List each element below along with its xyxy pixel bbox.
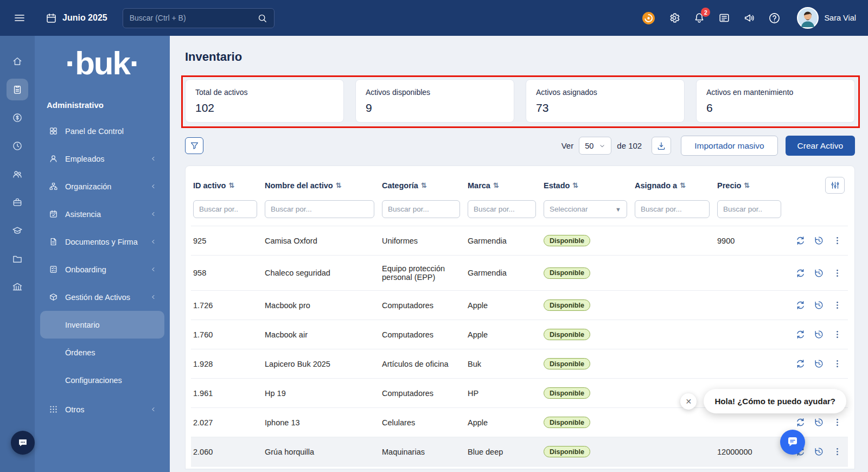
row-menu-button[interactable] bbox=[832, 359, 843, 369]
column-header-estado[interactable]: Estado⇅ bbox=[541, 168, 633, 200]
table-toolbar: Ver 50 de 102 Importador masivo Crear Ac… bbox=[185, 136, 855, 156]
user-name: Sara Vial bbox=[824, 14, 856, 22]
app-root: Junio 2025 bbox=[0, 0, 868, 472]
rail-item-folder[interactable] bbox=[7, 248, 28, 270]
assistant-button[interactable] bbox=[642, 11, 655, 25]
rail-item-payroll[interactable] bbox=[7, 107, 28, 129]
sort-icon: ⇅ bbox=[421, 181, 426, 189]
cell-price bbox=[715, 467, 787, 472]
column-header-nombre[interactable]: Nombre del activo⇅ bbox=[263, 168, 380, 200]
sidebar-item-organizacion[interactable]: Organización bbox=[35, 173, 170, 200]
sidebar-subitem-inventario[interactable]: Inventario bbox=[40, 311, 164, 339]
settings-button[interactable] bbox=[668, 12, 680, 24]
org-chart-icon bbox=[49, 182, 58, 191]
row-menu-button[interactable] bbox=[832, 235, 843, 246]
sidebar-subitem-configuraciones[interactable]: Configuraciones bbox=[35, 366, 170, 394]
history-button[interactable] bbox=[814, 447, 824, 457]
kebab-menu-icon bbox=[832, 235, 843, 246]
sidebar-item-gestion-de-activos[interactable]: Gestión de Activos bbox=[35, 283, 170, 311]
row-menu-button[interactable] bbox=[832, 300, 843, 310]
rail-item-education[interactable] bbox=[7, 220, 28, 241]
filter-input-id[interactable] bbox=[193, 200, 257, 218]
history-button[interactable] bbox=[814, 268, 824, 278]
page-size-select[interactable]: 50 bbox=[579, 137, 611, 155]
row-menu-button[interactable] bbox=[832, 417, 843, 428]
table-row[interactable]: 1.726Macbook proComputadoresAppleDisponi… bbox=[191, 291, 848, 320]
help-button[interactable] bbox=[768, 12, 781, 24]
sidebar-subitem-ordenes[interactable]: Órdenes bbox=[35, 339, 170, 366]
global-search-input[interactable] bbox=[130, 14, 257, 22]
table-row[interactable]: 958Chaleco seguridadEquipo protección pe… bbox=[191, 256, 848, 291]
history-button[interactable] bbox=[814, 300, 824, 310]
history-button[interactable] bbox=[814, 417, 824, 428]
column-header-categoria[interactable]: Categoría⇅ bbox=[380, 168, 465, 200]
sidebar-item-empleados[interactable]: Empleados bbox=[35, 145, 170, 173]
filter-input-nombre[interactable] bbox=[265, 200, 374, 218]
create-asset-button[interactable]: Crear Activo bbox=[786, 136, 855, 156]
rail-item-home[interactable] bbox=[7, 50, 28, 72]
change-status-button[interactable] bbox=[795, 268, 806, 278]
column-header-marca[interactable]: Marca⇅ bbox=[465, 168, 541, 200]
column-settings-button[interactable] bbox=[825, 177, 845, 194]
table-row[interactable]: 1.928Lapicero Buk 2025Artículos de ofici… bbox=[191, 349, 848, 379]
cell-status: Disponible bbox=[541, 349, 633, 379]
date-picker[interactable]: Junio 2025 bbox=[46, 12, 107, 24]
sidebar-item-documentos-y-firma[interactable]: Documentos y Firma bbox=[35, 228, 170, 256]
bulk-import-button[interactable]: Importador masivo bbox=[681, 136, 777, 156]
table-row[interactable]: 925Camisa OxfordUniformesGarmendiaDispon… bbox=[191, 226, 848, 256]
filter-button[interactable] bbox=[185, 137, 203, 154]
cell-id: 925 bbox=[191, 226, 263, 256]
row-menu-button[interactable] bbox=[832, 329, 843, 340]
rail-item-people[interactable] bbox=[7, 163, 28, 185]
chat-fab-button[interactable] bbox=[780, 430, 805, 455]
change-status-button[interactable] bbox=[795, 235, 806, 246]
table-row[interactable]: 1.760Macbook airComputadoresAppleDisponi… bbox=[191, 320, 848, 349]
change-status-button[interactable] bbox=[795, 417, 806, 428]
change-status-button[interactable] bbox=[795, 329, 806, 340]
filter-input-asignado[interactable] bbox=[635, 200, 710, 218]
rail-item-assets[interactable] bbox=[7, 79, 28, 100]
sidebar-item-asistencia[interactable]: Asistencia bbox=[35, 200, 170, 228]
column-header-precio[interactable]: Precio⇅ bbox=[715, 168, 787, 200]
filter-input-precio[interactable] bbox=[717, 200, 781, 218]
cell-name: Camisa Oxford bbox=[263, 226, 380, 256]
buk-logo[interactable]: ·buk· bbox=[35, 44, 170, 82]
messenger-icon bbox=[17, 437, 29, 449]
row-menu-button[interactable] bbox=[832, 447, 843, 457]
change-status-button[interactable] bbox=[795, 300, 806, 310]
row-menu-button[interactable] bbox=[832, 268, 843, 278]
kebab-menu-icon bbox=[832, 329, 843, 340]
sort-icon: ⇅ bbox=[680, 181, 685, 189]
topbar: Junio 2025 bbox=[0, 0, 868, 36]
filter-input-marca[interactable] bbox=[468, 200, 536, 218]
filter-input-categoria[interactable] bbox=[382, 200, 460, 218]
cell-brand: Garmendia bbox=[465, 226, 541, 256]
cell-status: Disponible bbox=[541, 320, 633, 349]
stat-value: 102 bbox=[195, 101, 334, 114]
column-header-asignado[interactable]: Asignado a⇅ bbox=[633, 168, 715, 200]
announcements-button[interactable] bbox=[743, 12, 755, 24]
news-button[interactable] bbox=[718, 12, 730, 24]
change-status-button[interactable] bbox=[795, 359, 806, 369]
sidebar-item-panel-de-control[interactable]: Panel de Control bbox=[35, 117, 170, 145]
history-button[interactable] bbox=[814, 329, 824, 340]
chat-close-button[interactable]: ✕ bbox=[680, 393, 697, 410]
hamburger-menu-button[interactable] bbox=[13, 11, 26, 24]
column-header-id[interactable]: ID activo⇅ bbox=[191, 168, 263, 200]
history-icon bbox=[814, 235, 824, 246]
sidebar-item-otros[interactable]: Otros bbox=[35, 396, 170, 423]
table-row[interactable]: 2.09322 pulgadasMonitoresSamsungDisponib… bbox=[191, 467, 848, 472]
sidebar-item-onboarding[interactable]: Onboarding bbox=[35, 256, 170, 283]
history-button[interactable] bbox=[814, 235, 824, 246]
user-menu[interactable]: Sara Vial bbox=[797, 7, 856, 29]
cell-id: 2.093 bbox=[191, 467, 263, 472]
support-launcher-button[interactable] bbox=[11, 431, 35, 455]
download-button[interactable] bbox=[652, 137, 671, 155]
table-row[interactable]: 2.060Grúa horquillaMaquinariasBlue deepD… bbox=[191, 437, 848, 467]
rail-item-briefcase[interactable] bbox=[7, 192, 28, 213]
rail-item-time[interactable] bbox=[7, 135, 28, 157]
row-actions bbox=[789, 235, 845, 246]
history-button[interactable] bbox=[814, 359, 824, 369]
filter-select-estado[interactable]: Seleccionar▼ bbox=[544, 200, 627, 218]
rail-item-company[interactable] bbox=[7, 276, 28, 298]
